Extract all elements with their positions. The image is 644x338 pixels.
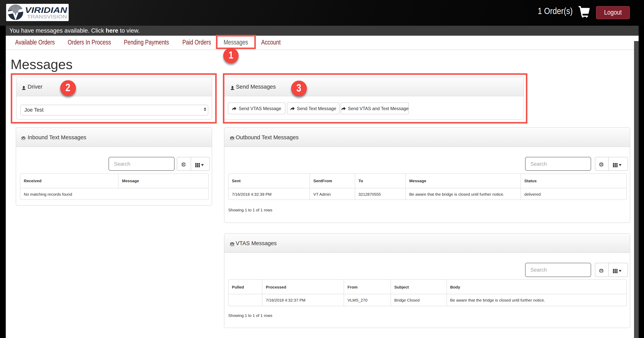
svg-text:TRANSVISION: TRANSVISION bbox=[27, 14, 67, 19]
svg-text:VIRIDIAN: VIRIDIAN bbox=[25, 6, 68, 14]
